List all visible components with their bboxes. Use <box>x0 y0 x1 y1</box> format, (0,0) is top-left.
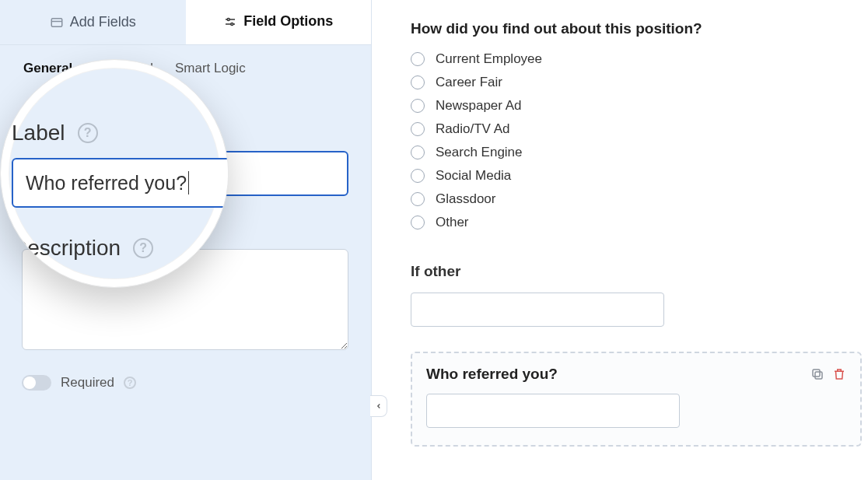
radio-label: Newspaper Ad <box>436 98 522 114</box>
subtab-general[interactable]: General <box>23 61 72 81</box>
duplicate-icon[interactable] <box>810 367 824 381</box>
tab-add-fields[interactable]: Add Fields <box>0 0 186 44</box>
radio-icon <box>411 145 425 159</box>
collapse-panel-button[interactable] <box>370 395 387 417</box>
help-icon[interactable]: ? <box>117 219 134 236</box>
description-row: Description ? <box>22 218 349 353</box>
form-preview: How did you find out about this position… <box>389 0 868 480</box>
required-row: Required ? <box>0 375 371 391</box>
radio-label: Glassdoor <box>436 191 495 207</box>
radio-item[interactable]: Newspaper Ad <box>411 98 851 114</box>
radio-label: Social Media <box>436 168 511 184</box>
radio-icon <box>411 169 425 183</box>
tab-add-fields-label: Add Fields <box>70 14 136 30</box>
label-heading-text: Label <box>22 120 64 140</box>
radio-item[interactable]: Glassdoor <box>411 191 851 207</box>
label-heading: Label ? <box>22 120 349 140</box>
tab-field-options[interactable]: Field Options <box>186 0 372 44</box>
if-other-label: If other <box>411 263 851 280</box>
radio-item[interactable]: Social Media <box>411 168 851 184</box>
selected-field[interactable]: Who referred you? <box>411 352 862 447</box>
radio-icon <box>411 99 425 113</box>
radio-item[interactable]: Radio/TV Ad <box>411 121 851 137</box>
radio-label: Search Engine <box>436 145 523 160</box>
tab-field-options-label: Field Options <box>243 13 333 30</box>
required-toggle[interactable] <box>22 375 51 391</box>
subtabs: General Advanced Smart Logic <box>0 45 371 86</box>
svg-rect-6 <box>815 372 822 379</box>
help-icon[interactable]: ? <box>124 377 136 389</box>
sliders-icon <box>223 15 237 29</box>
radio-icon <box>411 192 425 206</box>
description-input[interactable] <box>22 249 348 350</box>
selected-field-title: Who referred you? <box>426 366 558 383</box>
radio-label: Current Employee <box>436 51 542 67</box>
subtab-smart-logic[interactable]: Smart Logic <box>175 61 246 81</box>
radio-item[interactable]: Search Engine <box>411 145 851 160</box>
radio-label: Career Fair <box>436 75 502 90</box>
radio-list: Current Employee Career Fair Newspaper A… <box>411 51 851 230</box>
label-input[interactable] <box>22 151 348 196</box>
radio-item[interactable]: Other <box>411 215 851 230</box>
tab-strip: Add Fields Field Options <box>0 0 371 45</box>
field-editor: Label ? Description ? <box>0 86 371 353</box>
svg-rect-0 <box>51 18 62 26</box>
help-icon[interactable]: ? <box>73 121 90 138</box>
if-other-input[interactable] <box>411 293 664 327</box>
card-icon <box>50 16 64 30</box>
selected-field-actions <box>810 367 846 381</box>
radio-label: Radio/TV Ad <box>436 121 509 137</box>
radio-icon <box>411 122 425 136</box>
radio-item[interactable]: Career Fair <box>411 75 851 90</box>
selected-field-input[interactable] <box>426 394 680 428</box>
chevron-left-icon <box>375 402 383 410</box>
left-panel: Add Fields Field Options General Advance… <box>0 0 372 480</box>
selected-field-header: Who referred you? <box>426 366 846 383</box>
description-heading-text: Description <box>22 218 107 238</box>
svg-point-4 <box>228 18 230 20</box>
radio-icon <box>411 52 425 66</box>
required-label: Required <box>61 375 114 391</box>
radio-icon <box>411 215 425 229</box>
description-heading: Description ? <box>22 218 349 238</box>
subtab-advanced[interactable]: Advanced <box>94 61 153 81</box>
trash-icon[interactable] <box>832 367 846 381</box>
radio-label: Other <box>436 215 469 230</box>
radio-icon <box>411 75 425 89</box>
label-row: Label ? <box>22 120 349 196</box>
question-1-label: How did you find out about this position… <box>411 20 851 37</box>
svg-rect-7 <box>813 370 820 377</box>
svg-point-5 <box>231 23 233 25</box>
radio-item[interactable]: Current Employee <box>411 51 851 67</box>
